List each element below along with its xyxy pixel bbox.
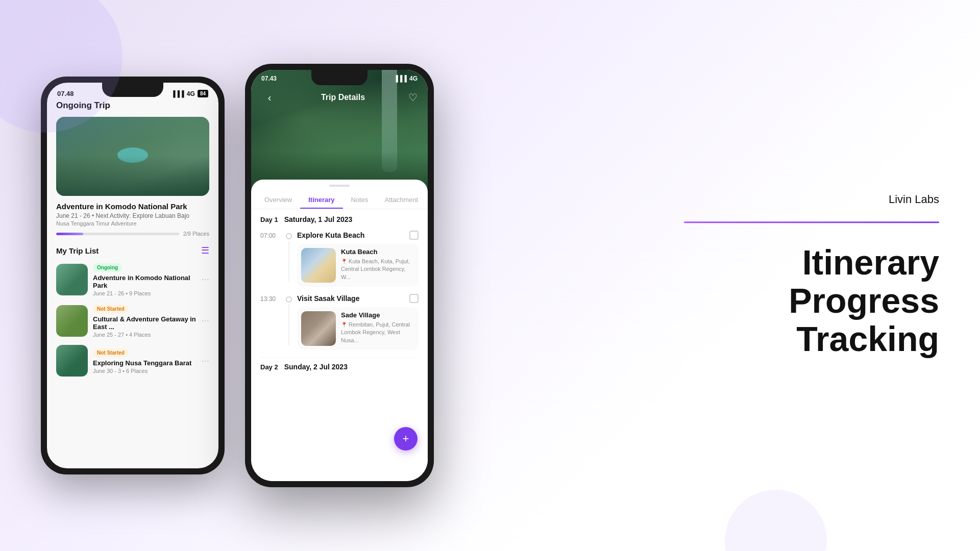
right-content: Livin Labs Itinerary Progress Tracking [684,193,939,358]
trip-thumb-barat [56,345,88,377]
place-info-2: Sade Village 📍 Rembitan, Pujut, Central … [341,311,414,344]
deco-circle-2 [725,490,827,551]
status-badge-ongoing: Ongoing [93,263,122,272]
trip-thumb-east [56,305,88,337]
trip-info-barat: Not Started Exploring Nusa Tenggara Bara… [93,347,196,374]
location-icon-1: 📍 [341,259,347,264]
dot-col-2 [286,294,292,345]
location-icon-2: 📍 [341,322,347,328]
item-title-row-2: Visit Sasak Village [297,294,419,303]
trip-meta-komodo: June 21 - 26 • 9 Places [93,290,196,296]
brand-name: Livin Labs [684,193,939,206]
network-left: 4G [187,90,195,97]
status-badge-not-started-3: Not Started [93,348,129,357]
progress-bar-track [56,233,179,235]
time-1: 07:00 [260,231,281,239]
notch-right [311,70,368,85]
headline-line2: Tracking [796,319,939,358]
hero-trip-subtitle: June 21 - 26 • Next Activity: Explore La… [56,212,209,219]
itinerary-item-1: 07:00 Explore Kuta Beach Ku [260,231,419,287]
notch-left [102,83,163,97]
dot-col-1 [286,231,292,282]
place-address-1: 📍 Kuta Beach, Kuta, Pujut, Central Lombo… [341,258,414,281]
trip-list-item[interactable]: Ongoing Adventure in Komodo National Par… [56,262,209,296]
place-card-2[interactable]: Sade Village 📍 Rembitan, Pujut, Central … [297,307,419,350]
trip-thumb-komodo [56,264,88,295]
battery-left: 84 [198,90,208,97]
place-thumb-village [301,311,336,346]
item-name-1: Explore Kuta Beach [297,231,364,239]
fab-add-button[interactable]: + [394,427,418,450]
network-right: 4G [409,75,418,82]
trip-name-komodo: Adventure in Komodo National Park [93,274,196,289]
itinerary-item-2: 13:30 Visit Sasak Village S [260,294,419,350]
day1-label: Day 1 [260,216,278,223]
signal-icon-right: ▐▐▐ [394,75,407,82]
more-icon-2[interactable]: ⋯ [201,316,209,325]
headline-line1: Itinerary Progress [789,243,939,320]
trip-detail-header: ‹ Trip Details ♡ [251,89,428,106]
place-card-1[interactable]: Kuta Beach 📍 Kuta Beach, Kuta, Pujut, Ce… [297,244,419,287]
timeline-dot-2 [286,296,292,303]
day2-date: Sunday, 2 Jul 2023 [284,363,348,371]
trip-info-komodo: Ongoing Adventure in Komodo National Par… [93,262,196,296]
day1-date: Saturday, 1 Jul 2023 [284,215,353,223]
timeline-dot-1 [286,233,292,239]
back-button[interactable]: ‹ [261,89,278,106]
tab-overview[interactable]: Overview [256,191,300,209]
item-title-row-1: Explore Kuta Beach [297,231,419,240]
heart-button[interactable]: ♡ [408,91,418,104]
trip-meta-east: June 25 - 27 • 4 Places [93,332,196,338]
progress-bar-container: 2/9 Places [56,231,209,237]
place-name-1: Kuta Beach [341,248,414,256]
day2-header: Day 2 Sunday, 2 Jul 2023 [260,357,419,371]
day1-header: Day 1 Saturday, 1 Jul 2023 [260,215,419,223]
progress-bar-fill [56,233,83,235]
item-content-1: Explore Kuta Beach Kuta Beach 📍 Kuta Bea… [297,231,419,287]
trip-list-item-3[interactable]: Not Started Exploring Nusa Tenggara Bara… [56,345,209,377]
more-icon-3[interactable]: ⋯ [201,356,209,366]
my-trip-header: My Trip List ☰ [56,245,209,256]
item-content-2: Visit Sasak Village Sade Village 📍 Rembi… [297,294,419,350]
progress-label: 2/9 Places [183,231,209,237]
tab-itinerary[interactable]: Itinerary [300,191,342,209]
status-icons-left: ▐▐▐ 4G 84 [171,90,208,97]
trip-name-barat: Exploring Nusa Tenggara Barat [93,359,196,367]
day2-label: Day 2 [260,363,278,371]
trip-info-east: Not Started Cultural & Adventure Getaway… [93,304,196,338]
tabs-row: Overview Itinerary Notes Attachment [251,191,428,209]
time-left: 07.48 [57,90,74,97]
timeline-line-1 [288,241,289,282]
phone-left: 07.48 ▐▐▐ 4G 84 Ongoing Trip Adventure i… [41,77,225,474]
place-name-2: Sade Village [341,311,414,319]
ongoing-trip-heading: Ongoing Trip [56,101,209,111]
bottom-sheet: Overview Itinerary Notes Attachment Day … [251,180,428,481]
filter-icon[interactable]: ☰ [201,245,209,256]
sheet-handle [329,185,350,187]
status-badge-not-started-2: Not Started [93,305,129,313]
timeline-line-2 [288,305,289,345]
trip-meta-barat: June 30 - 3 • 6 Places [93,368,196,374]
tab-attachment[interactable]: Attachment [376,191,426,209]
hero-trip-image [56,117,209,196]
tab-notes[interactable]: Notes [343,191,377,209]
trip-list-item-2[interactable]: Not Started Cultural & Adventure Getaway… [56,304,209,338]
accent-line [684,221,939,223]
time-2: 13:30 [260,294,281,303]
trip-detail-title: Trip Details [321,93,365,102]
phone-right: 07.43 ▐▐▐ 4G ‹ Trip Details ♡ Overview I… [245,64,434,487]
checkbox-2[interactable] [409,294,419,303]
hero-trip-title: Adventure in Komodo National Park [56,202,209,211]
headline: Itinerary Progress Tracking [684,243,939,358]
trip-card-info: Adventure in Komodo National Park June 2… [56,202,209,227]
signal-icon-left: ▐▐▐ [171,90,184,97]
itinerary-content: Day 1 Saturday, 1 Jul 2023 07:00 Explore… [251,209,428,377]
my-trip-title: My Trip List [56,246,99,255]
more-icon-1[interactable]: ⋯ [201,274,209,284]
checkbox-1[interactable] [409,231,419,240]
hero-trip-tag: Nusa Tenggara Timur Adventure [56,220,209,227]
place-address-2: 📍 Rembitan, Pujut, Central Lombok Regenc… [341,321,414,344]
place-thumb-beach [301,248,336,283]
item-name-2: Visit Sasak Village [297,294,359,303]
trip-name-east: Cultural & Adventure Getaway in East ... [93,315,196,331]
